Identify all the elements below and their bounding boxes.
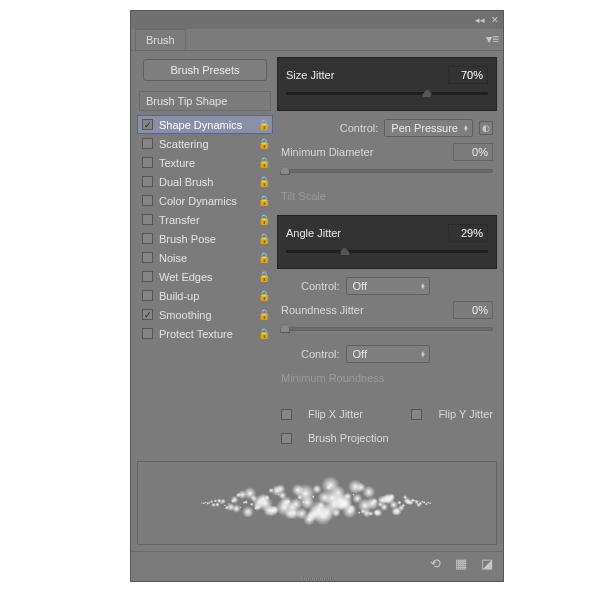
lock-icon[interactable]: 🔒	[258, 309, 270, 320]
option-transfer[interactable]: Transfer🔒	[137, 210, 273, 229]
pen-pressure-toggle-icon[interactable]: ◐	[479, 121, 493, 135]
brush-projection-checkbox[interactable]	[281, 433, 292, 444]
option-checkbox[interactable]	[142, 157, 153, 168]
flip-y-checkbox[interactable]	[411, 409, 422, 420]
close-icon[interactable]: ✕	[491, 15, 499, 25]
svg-point-119	[429, 502, 431, 504]
svg-point-82	[358, 511, 361, 514]
option-checkbox[interactable]	[142, 328, 153, 339]
svg-point-105	[402, 504, 406, 508]
angle-jitter-group: Angle Jitter 29%	[277, 215, 497, 269]
angle-control-label: Control:	[301, 280, 340, 292]
new-preset-icon[interactable]: ▦	[455, 556, 467, 571]
svg-point-76	[343, 492, 352, 501]
option-checkbox[interactable]	[142, 119, 153, 130]
option-smoothing[interactable]: Smoothing🔒	[137, 305, 273, 324]
brush-projection-label: Brush Projection	[308, 432, 389, 444]
tab-brush[interactable]: Brush	[135, 29, 186, 50]
option-checkbox[interactable]	[142, 309, 153, 320]
footer-icon[interactable]: ◪	[481, 556, 493, 571]
lock-icon[interactable]: 🔒	[258, 138, 270, 149]
lock-icon[interactable]: 🔒	[258, 119, 270, 130]
svg-point-90	[372, 499, 378, 505]
lock-icon[interactable]: 🔒	[258, 271, 270, 282]
svg-point-24	[242, 506, 254, 518]
option-wet-edges[interactable]: Wet Edges🔒	[137, 267, 273, 286]
size-control-label: Control:	[340, 122, 379, 134]
resize-grip[interactable]	[131, 575, 503, 581]
option-noise[interactable]: Noise🔒	[137, 248, 273, 267]
option-checkbox[interactable]	[142, 214, 153, 225]
flip-x-label: Flip X Jitter	[308, 408, 363, 420]
roundness-jitter-slider[interactable]	[281, 323, 493, 335]
option-label: Smoothing	[159, 309, 258, 321]
option-scattering[interactable]: Scattering🔒	[137, 134, 273, 153]
option-checkbox[interactable]	[142, 290, 153, 301]
svg-point-88	[368, 511, 373, 516]
angle-jitter-slider[interactable]	[286, 246, 488, 258]
svg-point-7	[214, 499, 218, 503]
option-label: Color Dynamics	[159, 195, 258, 207]
option-label: Brush Pose	[159, 233, 258, 245]
angle-jitter-value[interactable]: 29%	[448, 224, 488, 242]
shape-dynamics-settings: Size Jitter 70% Control: Pen Pressure ◐ …	[277, 57, 497, 449]
brush-tip-shape-button[interactable]: Brush Tip Shape	[139, 91, 271, 111]
option-label: Transfer	[159, 214, 258, 226]
option-build-up[interactable]: Build-up🔒	[137, 286, 273, 305]
svg-point-0	[201, 502, 203, 504]
lock-icon[interactable]: 🔒	[258, 328, 270, 339]
size-jitter-label: Size Jitter	[286, 69, 334, 81]
svg-point-11	[221, 499, 226, 504]
option-checkbox[interactable]	[142, 233, 153, 244]
brush-panel: ◂◂ ✕ Brush ▾≡ Brush Presets Brush Tip Sh…	[130, 10, 504, 582]
option-checkbox[interactable]	[142, 138, 153, 149]
roundness-jitter-value[interactable]: 0%	[453, 301, 493, 319]
option-checkbox[interactable]	[142, 195, 153, 206]
svg-point-103	[397, 500, 402, 505]
size-jitter-group: Size Jitter 70%	[277, 57, 497, 111]
brush-stroke-preview-icon	[192, 473, 442, 533]
svg-point-23	[244, 500, 248, 504]
angle-control-dropdown[interactable]: Off	[346, 277, 430, 295]
size-control-dropdown[interactable]: Pen Pressure	[384, 119, 473, 137]
lock-icon[interactable]: 🔒	[258, 233, 270, 244]
tab-bar: Brush ▾≡	[131, 29, 503, 51]
panel-menu-icon[interactable]: ▾≡	[486, 32, 499, 46]
svg-point-58	[312, 495, 315, 498]
lock-icon[interactable]: 🔒	[258, 252, 270, 263]
brush-presets-button[interactable]: Brush Presets	[143, 59, 267, 81]
svg-point-78	[347, 504, 356, 513]
svg-point-87	[362, 486, 375, 499]
svg-point-34	[265, 495, 270, 500]
svg-point-99	[389, 494, 395, 500]
toggle-live-preview-icon[interactable]: ⟲	[430, 556, 441, 571]
option-label: Shape Dynamics	[159, 119, 258, 131]
lock-icon[interactable]: 🔒	[258, 176, 270, 187]
min-diameter-slider[interactable]	[281, 165, 493, 177]
brush-preview	[137, 461, 497, 545]
option-checkbox[interactable]	[142, 176, 153, 187]
size-jitter-value[interactable]: 70%	[448, 66, 488, 84]
option-label: Build-up	[159, 290, 258, 302]
option-checkbox[interactable]	[142, 271, 153, 282]
option-label: Wet Edges	[159, 271, 258, 283]
option-texture[interactable]: Texture🔒	[137, 153, 273, 172]
option-checkbox[interactable]	[142, 252, 153, 263]
option-shape-dynamics[interactable]: Shape Dynamics🔒	[137, 115, 273, 134]
collapse-icon[interactable]: ◂◂	[475, 15, 485, 25]
size-jitter-slider[interactable]	[286, 88, 488, 100]
option-brush-pose[interactable]: Brush Pose🔒	[137, 229, 273, 248]
lock-icon[interactable]: 🔒	[258, 214, 270, 225]
flip-x-checkbox[interactable]	[281, 409, 292, 420]
lock-icon[interactable]: 🔒	[258, 195, 270, 206]
option-color-dynamics[interactable]: Color Dynamics🔒	[137, 191, 273, 210]
option-label: Scattering	[159, 138, 258, 150]
option-protect-texture[interactable]: Protect Texture🔒	[137, 324, 273, 343]
min-diameter-value[interactable]: 0%	[453, 143, 493, 161]
lock-icon[interactable]: 🔒	[258, 157, 270, 168]
roundness-control-dropdown[interactable]: Off	[346, 345, 430, 363]
panel-footer: ⟲ ▦ ◪	[131, 551, 503, 575]
option-dual-brush[interactable]: Dual Brush🔒	[137, 172, 273, 191]
panel-header: ◂◂ ✕	[131, 11, 503, 29]
lock-icon[interactable]: 🔒	[258, 290, 270, 301]
